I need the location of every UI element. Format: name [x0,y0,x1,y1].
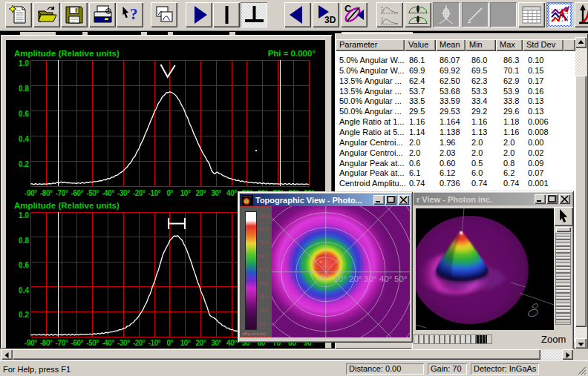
svg-text:-80°: -80° [40,339,53,347]
svg-text:0°: 0° [166,339,173,347]
svg-text:0.2: 0.2 [19,311,29,319]
svg-text:0.6: 0.6 [19,261,29,269]
svg-text:40°: 40° [379,274,392,283]
svg-text:-70°: -70° [56,189,68,197]
svg-text:50°: 50° [394,274,407,283]
svg-text:1.0: 1.0 [19,59,29,67]
svg-text:20°: 20° [195,339,206,347]
svg-text:Amplitude (Relative units): Amplitude (Relative units) [14,49,120,58]
svg-text:-80°: -80° [40,189,53,197]
svg-text:30°: 30° [211,189,221,197]
svg-text:0.6: 0.6 [19,110,29,118]
svg-text:3D: 3D [324,15,336,25]
svg-text:0.4: 0.4 [19,286,29,294]
svg-text:-20°: -20° [133,189,146,197]
svg-text:-90°: -90° [24,339,37,347]
svg-text:-10°: -10° [148,339,161,347]
svg-text:Amplitude (Relative units): Amplitude (Relative units) [14,201,120,210]
svg-text:?: ? [130,5,138,23]
svg-text:0.8: 0.8 [19,237,29,245]
svg-text:20°: 20° [349,274,362,283]
svg-text:10°: 10° [180,189,191,197]
svg-text:20°: 20° [195,189,206,197]
svg-text:-60°: -60° [71,339,83,347]
svg-text:-60°: -60° [71,189,83,197]
svg-text:10°: 10° [333,274,346,283]
svg-text:-50°: -50° [86,339,99,347]
svg-text:0°: 0° [166,189,173,197]
svg-text:0°: 0° [318,274,327,283]
svg-text:-10°: -10° [148,189,161,197]
svg-text:Phi = 0.000°: Phi = 0.000° [268,49,316,58]
svg-text:-40°: -40° [102,189,114,197]
svg-text:-70°: -70° [56,339,68,347]
svg-text:-30°: -30° [117,339,130,347]
svg-text:0.4: 0.4 [19,135,29,143]
svg-text:30°: 30° [211,339,221,347]
svg-text:1.0: 1.0 [19,211,29,220]
svg-text:40°: 40° [226,339,237,347]
svg-text:0.8: 0.8 [19,85,29,93]
svg-text:0.2: 0.2 [19,160,29,168]
svg-text:10°: 10° [180,339,191,347]
svg-text:-40°: -40° [102,339,114,347]
svg-text:-20°: -20° [133,339,146,347]
svg-text:-90°: -90° [24,189,37,197]
svg-text:30°: 30° [364,274,376,283]
svg-text:-30°: -30° [117,189,130,197]
svg-text:40°: 40° [226,189,237,197]
svg-text:-50°: -50° [86,189,99,197]
